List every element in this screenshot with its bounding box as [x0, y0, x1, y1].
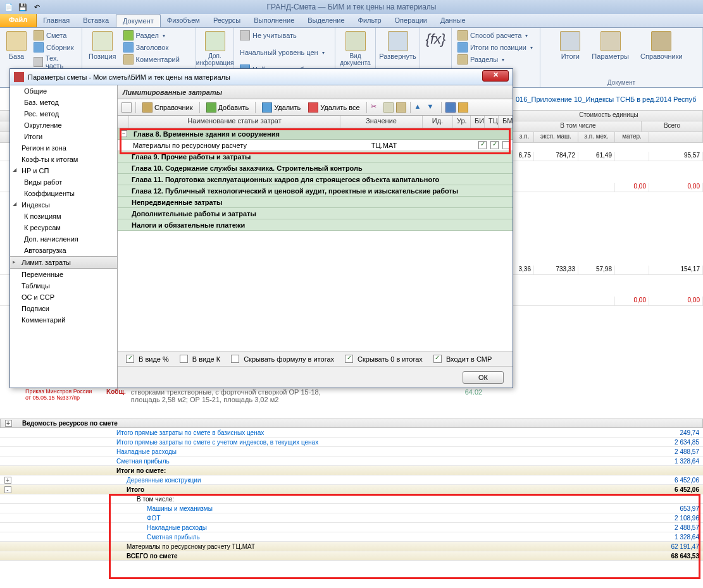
ribbon-calc-method[interactable]: Способ расчета▾ [456, 30, 536, 41]
sidebar-item-0[interactable]: Общие [10, 85, 117, 97]
menu-tab-4[interactable]: Ресурсы [207, 14, 247, 27]
resources-header[interactable]: + Ведомость ресурсов по смете [0, 419, 703, 428]
reference-button[interactable]: Справочник [140, 101, 196, 114]
sidebar-item-4[interactable]: Итоги [10, 131, 117, 142]
sidebar-item-6[interactable]: Коэф-ты к итогам [10, 154, 117, 165]
ok-button[interactable]: ОК [463, 371, 504, 384]
tree-icon[interactable]: - [4, 486, 11, 493]
sidebar-item-18[interactable]: ОС и ССР [10, 291, 117, 303]
ribbon-smeta[interactable]: Смета [32, 30, 78, 41]
menu-tab-8[interactable]: Операции [389, 14, 434, 27]
qat-undo-icon[interactable]: ↶ [30, 1, 43, 13]
qat-icon[interactable]: 📄 [3, 1, 15, 13]
ribbon-refs[interactable]: Справочники [638, 30, 685, 61]
grid-row-5[interactable]: Глава 12. Публичный технологический и це… [118, 185, 513, 197]
checkbox-icon[interactable] [478, 141, 487, 149]
grid-header: Наименование статьи затрат Значение Ид. … [118, 116, 513, 128]
sidebar-item-10[interactable]: Индексы [10, 199, 117, 211]
sidebar-item-5[interactable]: Регион и зона [10, 142, 117, 154]
opt-smr[interactable]: Входит в СМР [432, 355, 492, 363]
collapse-icon[interactable]: − [120, 130, 127, 137]
menu-tab-6[interactable]: Выделение [301, 14, 351, 27]
checkbox-icon[interactable] [433, 355, 442, 363]
ribbon-doc-view[interactable]: Виддокумента [339, 30, 371, 68]
dialog-grid[interactable]: −Глава 8. Временные здания и сооруженияМ… [118, 128, 513, 351]
menu-tab-1[interactable]: Вставка [77, 14, 116, 27]
checkbox-icon[interactable] [490, 141, 499, 149]
grid-row-2[interactable]: Глава 9. Прочие работы и затраты [118, 151, 513, 162]
expand-icon[interactable]: + [5, 420, 12, 427]
ribbon-price-level[interactable]: Начальный уровень цен▾ [238, 48, 331, 57]
ribbon-comment[interactable]: Комментарий [121, 54, 182, 65]
cut-icon[interactable]: ✂ [371, 102, 381, 113]
ribbon-position-button[interactable]: Позиция [86, 30, 119, 66]
sidebar-item-12[interactable]: К ресурсам [10, 222, 117, 233]
grid-row-0[interactable]: −Глава 8. Временные здания и сооружения [118, 128, 513, 140]
sidebar-item-14[interactable]: Автозагрузка [10, 245, 117, 256]
qat-save-icon[interactable]: 💾 [16, 1, 29, 13]
delete-all-button[interactable]: Удалить все [306, 101, 362, 114]
sidebar-item-17[interactable]: Таблицы [10, 280, 117, 291]
sidebar-item-15[interactable]: Лимит. затраты [10, 256, 117, 269]
delete-button[interactable]: Удалить [259, 101, 303, 114]
grid-row-6[interactable]: Непредвиденные затраты [118, 197, 513, 208]
ribbon-fx[interactable]: {fx} [424, 30, 447, 49]
sidebar-item-16[interactable]: Переменные [10, 269, 117, 280]
grid-row-3[interactable]: Глава 10. Содержание службы заказчика. С… [118, 162, 513, 174]
sidebar-item-2[interactable]: Рес. метод [10, 108, 117, 119]
dialog-titlebar[interactable]: Параметры сметы - Мои сметы\БИМ и тек це… [10, 69, 513, 85]
doc-icon[interactable] [121, 102, 132, 113]
menu-tab-7[interactable]: Фильтр [352, 14, 389, 27]
grid-row-8[interactable]: Налоги и обязательные платежи [118, 219, 513, 231]
down-icon[interactable]: ▼ [427, 102, 437, 113]
ribbon-heading[interactable]: Заголовок [121, 42, 182, 53]
sidebar-item-13[interactable]: Доп. начисления [10, 233, 117, 245]
grid-row-1[interactable]: Материалы по ресурсному расчетуТЦ.МАТ [118, 140, 513, 151]
checkbox-icon[interactable] [126, 355, 134, 363]
menu-tab-2[interactable]: Документ [116, 14, 161, 27]
checkbox-icon[interactable] [502, 141, 511, 149]
sidebar-item-9[interactable]: Коэффициенты [10, 188, 117, 199]
opt-k[interactable]: В виде К [178, 355, 220, 363]
ribbon-exclude[interactable]: Не учитывать [238, 30, 331, 41]
file-button[interactable]: Файл [0, 14, 37, 27]
opt-hide-formula[interactable]: Скрывать формулу в итогах [229, 355, 334, 363]
checkbox-icon[interactable] [180, 355, 188, 363]
sidebar-item-11[interactable]: К позициям [10, 211, 117, 222]
tree-icon[interactable]: + [4, 477, 11, 484]
ribbon-params[interactable]: Параметры [589, 30, 631, 61]
sidebar-item-1[interactable]: Баз. метод [10, 97, 117, 108]
sidebar-item-7[interactable]: НР и СП [10, 165, 117, 176]
sidebar-item-19[interactable]: Подписи [10, 303, 117, 314]
menu-tab-3[interactable]: Физобъем [161, 14, 207, 27]
sidebar-item-8[interactable]: Виды работ [10, 176, 117, 188]
plus-icon [123, 30, 134, 40]
open-icon[interactable] [458, 102, 468, 113]
add-button[interactable]: Добавить [204, 101, 252, 114]
ribbon-extra-info[interactable]: Доп.информация [200, 30, 230, 68]
close-button[interactable]: ✕ [482, 70, 509, 82]
up-icon[interactable]: ▲ [414, 102, 425, 113]
dialog-sidebar: ОбщиеБаз. методРес. методОкруглениеИтоги… [10, 85, 118, 388]
checkbox-icon[interactable] [231, 355, 239, 363]
menu-tab-0[interactable]: Главная [37, 14, 77, 27]
save-icon[interactable] [445, 102, 456, 113]
grid-row-4[interactable]: Глава 11. Подготовка эксплуатационных ка… [118, 174, 513, 185]
checkbox-icon[interactable] [345, 355, 353, 363]
sidebar-item-3[interactable]: Округление [10, 119, 117, 131]
ribbon-totals[interactable]: Итоги [557, 30, 583, 61]
grid-row-7[interactable]: Дополнительные работы и затраты [118, 208, 513, 219]
paste-icon[interactable] [396, 102, 406, 113]
sidebar-item-20[interactable]: Комментарий [10, 314, 117, 326]
ribbon-sbornik[interactable]: Сборник [32, 42, 78, 53]
menu-tab-9[interactable]: Данные [434, 14, 473, 27]
ribbon-base-button[interactable]: База [4, 30, 29, 71]
menu-tab-5[interactable]: Выполнение [247, 14, 301, 27]
ribbon-section[interactable]: Раздел▾ [121, 30, 182, 41]
opt-percent[interactable]: В виде % [124, 355, 169, 363]
copy-icon[interactable] [383, 102, 394, 113]
ribbon-pos-totals[interactable]: Итоги по позиции▾ [456, 42, 536, 53]
ribbon-sections[interactable]: Разделы▾ [456, 54, 536, 65]
opt-hide-zero[interactable]: Скрывать 0 в итогах [343, 355, 423, 363]
ribbon-expand[interactable]: Развернуть [380, 30, 416, 61]
